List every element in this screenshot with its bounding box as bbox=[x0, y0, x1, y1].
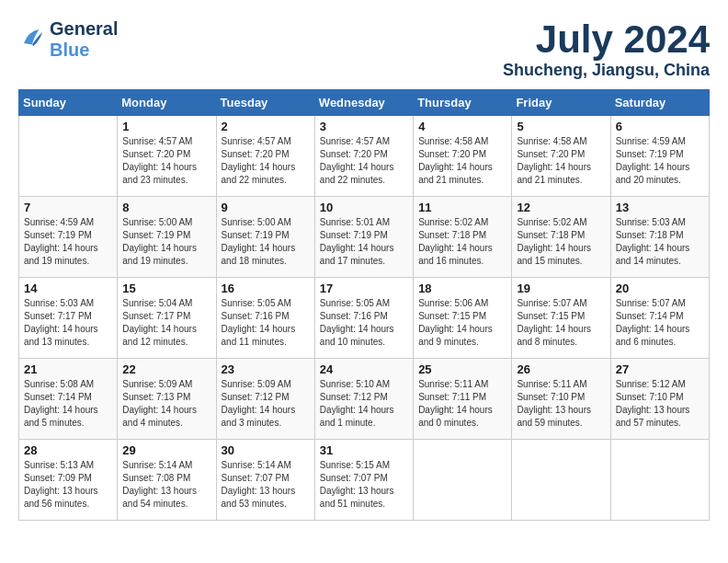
calendar-cell: 24Sunrise: 5:10 AM Sunset: 7:12 PM Dayli… bbox=[314, 359, 413, 440]
calendar-cell: 27Sunrise: 5:12 AM Sunset: 7:10 PM Dayli… bbox=[610, 359, 709, 440]
calendar-cell: 15Sunrise: 5:04 AM Sunset: 7:17 PM Dayli… bbox=[118, 278, 216, 359]
day-content: Sunrise: 5:03 AM Sunset: 7:18 PM Dayligh… bbox=[616, 216, 704, 268]
day-content: Sunrise: 5:07 AM Sunset: 7:15 PM Dayligh… bbox=[517, 297, 605, 349]
day-number: 11 bbox=[418, 201, 506, 214]
day-number: 15 bbox=[122, 282, 210, 295]
calendar-cell: 14Sunrise: 5:03 AM Sunset: 7:17 PM Dayli… bbox=[19, 278, 118, 359]
day-number: 21 bbox=[24, 362, 112, 376]
day-content: Sunrise: 5:03 AM Sunset: 7:17 PM Dayligh… bbox=[24, 297, 112, 349]
month-title: July 2024 bbox=[503, 18, 710, 61]
day-number: 12 bbox=[517, 201, 605, 214]
calendar-cell: 7Sunrise: 4:59 AM Sunset: 7:19 PM Daylig… bbox=[19, 197, 118, 278]
day-content: Sunrise: 5:07 AM Sunset: 7:14 PM Dayligh… bbox=[616, 297, 704, 349]
day-content: Sunrise: 4:59 AM Sunset: 7:19 PM Dayligh… bbox=[616, 135, 704, 187]
calendar-cell: 8Sunrise: 5:00 AM Sunset: 7:19 PM Daylig… bbox=[118, 197, 216, 278]
calendar-cell: 2Sunrise: 4:57 AM Sunset: 7:20 PM Daylig… bbox=[216, 116, 314, 197]
day-content: Sunrise: 5:01 AM Sunset: 7:19 PM Dayligh… bbox=[320, 216, 408, 268]
day-number: 9 bbox=[222, 201, 310, 214]
weekday-header: Wednesday bbox=[314, 90, 413, 116]
calendar-week-row: 21Sunrise: 5:08 AM Sunset: 7:14 PM Dayli… bbox=[19, 359, 710, 440]
day-number: 2 bbox=[222, 120, 310, 133]
weekday-header: Monday bbox=[118, 90, 216, 116]
day-number: 7 bbox=[24, 201, 112, 214]
day-number: 30 bbox=[222, 443, 310, 457]
calendar-body: 1Sunrise: 4:57 AM Sunset: 7:20 PM Daylig… bbox=[19, 116, 710, 521]
calendar-cell: 29Sunrise: 5:14 AM Sunset: 7:08 PM Dayli… bbox=[118, 440, 216, 521]
day-number: 17 bbox=[320, 282, 408, 295]
calendar-cell: 10Sunrise: 5:01 AM Sunset: 7:19 PM Dayli… bbox=[314, 197, 413, 278]
calendar-cell: 4Sunrise: 4:58 AM Sunset: 7:20 PM Daylig… bbox=[414, 116, 512, 197]
day-number: 13 bbox=[616, 201, 704, 214]
day-content: Sunrise: 5:02 AM Sunset: 7:18 PM Dayligh… bbox=[418, 216, 506, 268]
day-number: 1 bbox=[122, 120, 210, 133]
day-content: Sunrise: 5:05 AM Sunset: 7:16 PM Dayligh… bbox=[320, 297, 408, 349]
day-content: Sunrise: 4:57 AM Sunset: 7:20 PM Dayligh… bbox=[320, 135, 408, 187]
calendar-cell: 31Sunrise: 5:15 AM Sunset: 7:07 PM Dayli… bbox=[314, 440, 413, 521]
location: Shucheng, Jiangsu, China bbox=[503, 61, 710, 80]
calendar-cell: 18Sunrise: 5:06 AM Sunset: 7:15 PM Dayli… bbox=[414, 278, 512, 359]
day-number: 16 bbox=[222, 282, 310, 295]
day-content: Sunrise: 5:10 AM Sunset: 7:12 PM Dayligh… bbox=[320, 378, 408, 430]
day-content: Sunrise: 5:00 AM Sunset: 7:19 PM Dayligh… bbox=[122, 216, 210, 268]
day-content: Sunrise: 5:09 AM Sunset: 7:12 PM Dayligh… bbox=[222, 378, 310, 430]
day-content: Sunrise: 4:59 AM Sunset: 7:19 PM Dayligh… bbox=[24, 216, 112, 268]
title-block: July 2024 Shucheng, Jiangsu, China bbox=[503, 18, 710, 80]
day-number: 14 bbox=[24, 282, 112, 295]
calendar-cell bbox=[19, 116, 118, 197]
calendar-cell: 22Sunrise: 5:09 AM Sunset: 7:13 PM Dayli… bbox=[118, 359, 216, 440]
day-content: Sunrise: 5:06 AM Sunset: 7:15 PM Dayligh… bbox=[418, 297, 506, 349]
day-content: Sunrise: 4:57 AM Sunset: 7:20 PM Dayligh… bbox=[122, 135, 210, 187]
calendar-week-row: 7Sunrise: 4:59 AM Sunset: 7:19 PM Daylig… bbox=[19, 197, 710, 278]
calendar-week-row: 1Sunrise: 4:57 AM Sunset: 7:20 PM Daylig… bbox=[19, 116, 710, 197]
day-number: 18 bbox=[418, 282, 506, 295]
calendar-cell: 11Sunrise: 5:02 AM Sunset: 7:18 PM Dayli… bbox=[414, 197, 512, 278]
logo: General Blue bbox=[18, 18, 118, 61]
day-number: 25 bbox=[418, 362, 506, 376]
day-number: 24 bbox=[320, 362, 408, 376]
day-content: Sunrise: 5:02 AM Sunset: 7:18 PM Dayligh… bbox=[517, 216, 605, 268]
calendar-week-row: 14Sunrise: 5:03 AM Sunset: 7:17 PM Dayli… bbox=[19, 278, 710, 359]
weekday-header: Tuesday bbox=[216, 90, 314, 116]
day-content: Sunrise: 5:11 AM Sunset: 7:10 PM Dayligh… bbox=[517, 378, 605, 430]
day-number: 8 bbox=[122, 201, 210, 214]
day-content: Sunrise: 4:58 AM Sunset: 7:20 PM Dayligh… bbox=[517, 135, 605, 187]
page-header: General Blue July 2024 Shucheng, Jiangsu… bbox=[18, 18, 710, 80]
calendar-cell bbox=[414, 440, 512, 521]
calendar-cell: 30Sunrise: 5:14 AM Sunset: 7:07 PM Dayli… bbox=[216, 440, 314, 521]
day-content: Sunrise: 5:11 AM Sunset: 7:11 PM Dayligh… bbox=[418, 378, 506, 430]
day-number: 6 bbox=[616, 120, 704, 133]
day-content: Sunrise: 5:08 AM Sunset: 7:14 PM Dayligh… bbox=[24, 378, 112, 430]
day-number: 3 bbox=[320, 120, 408, 133]
day-number: 28 bbox=[24, 443, 112, 457]
calendar-cell: 1Sunrise: 4:57 AM Sunset: 7:20 PM Daylig… bbox=[118, 116, 216, 197]
day-content: Sunrise: 5:14 AM Sunset: 7:08 PM Dayligh… bbox=[122, 459, 210, 511]
calendar-cell: 5Sunrise: 4:58 AM Sunset: 7:20 PM Daylig… bbox=[512, 116, 610, 197]
calendar-cell: 26Sunrise: 5:11 AM Sunset: 7:10 PM Dayli… bbox=[512, 359, 610, 440]
calendar-cell: 23Sunrise: 5:09 AM Sunset: 7:12 PM Dayli… bbox=[216, 359, 314, 440]
calendar-cell: 21Sunrise: 5:08 AM Sunset: 7:14 PM Dayli… bbox=[19, 359, 118, 440]
calendar-cell: 19Sunrise: 5:07 AM Sunset: 7:15 PM Dayli… bbox=[512, 278, 610, 359]
day-number: 31 bbox=[320, 443, 408, 457]
day-number: 23 bbox=[222, 362, 310, 376]
calendar-cell: 28Sunrise: 5:13 AM Sunset: 7:09 PM Dayli… bbox=[19, 440, 118, 521]
calendar-cell: 20Sunrise: 5:07 AM Sunset: 7:14 PM Dayli… bbox=[610, 278, 709, 359]
calendar-cell: 9Sunrise: 5:00 AM Sunset: 7:19 PM Daylig… bbox=[216, 197, 314, 278]
weekday-header: Sunday bbox=[19, 90, 118, 116]
calendar-cell: 3Sunrise: 4:57 AM Sunset: 7:20 PM Daylig… bbox=[314, 116, 413, 197]
weekday-header: Friday bbox=[512, 90, 610, 116]
day-content: Sunrise: 5:00 AM Sunset: 7:19 PM Dayligh… bbox=[222, 216, 310, 268]
calendar-cell: 17Sunrise: 5:05 AM Sunset: 7:16 PM Dayli… bbox=[314, 278, 413, 359]
calendar-header-row: SundayMondayTuesdayWednesdayThursdayFrid… bbox=[19, 90, 710, 116]
calendar-cell: 16Sunrise: 5:05 AM Sunset: 7:16 PM Dayli… bbox=[216, 278, 314, 359]
calendar-table: SundayMondayTuesdayWednesdayThursdayFrid… bbox=[18, 89, 710, 521]
day-number: 5 bbox=[517, 120, 605, 133]
day-content: Sunrise: 5:12 AM Sunset: 7:10 PM Dayligh… bbox=[616, 378, 704, 430]
day-number: 22 bbox=[122, 362, 210, 376]
day-number: 29 bbox=[122, 443, 210, 457]
day-content: Sunrise: 5:13 AM Sunset: 7:09 PM Dayligh… bbox=[24, 459, 112, 511]
logo-text: General Blue bbox=[50, 18, 118, 61]
day-number: 10 bbox=[320, 201, 408, 214]
calendar-cell bbox=[512, 440, 610, 521]
calendar-cell: 13Sunrise: 5:03 AM Sunset: 7:18 PM Dayli… bbox=[610, 197, 709, 278]
day-content: Sunrise: 5:05 AM Sunset: 7:16 PM Dayligh… bbox=[222, 297, 310, 349]
